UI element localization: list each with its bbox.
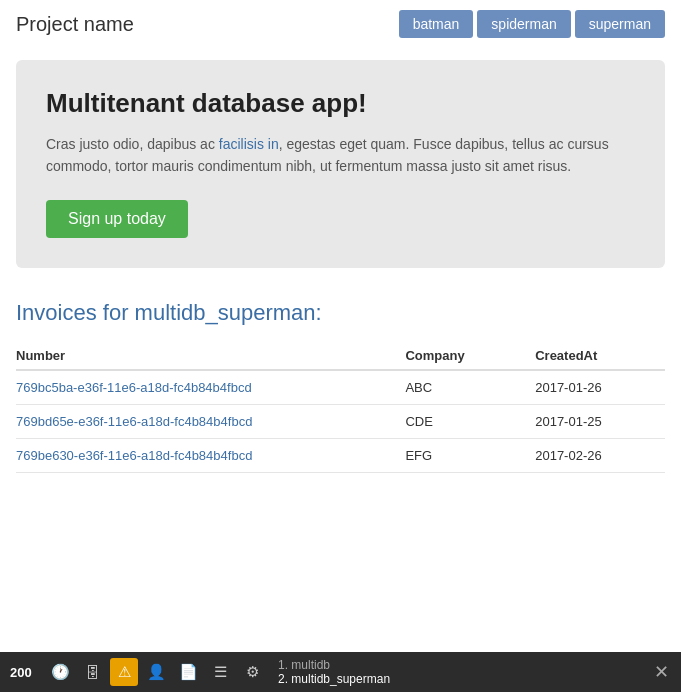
list-icon[interactable]: ☰: [206, 658, 234, 686]
page-icon[interactable]: 📄: [174, 658, 202, 686]
hero-title: Multitenant database app!: [46, 88, 635, 119]
invoices-title-suffix: :: [316, 300, 322, 325]
status-bar: 200 🕐 🗄 ⚠ 👤 📄 ☰ ⚙ 1. multidb 2. multidb_…: [0, 652, 681, 692]
clock-icon[interactable]: 🕐: [46, 658, 74, 686]
invoice-date-cell: 2017-02-26: [535, 438, 665, 472]
hero-link-facilisis[interactable]: facilisis in: [219, 136, 279, 152]
database-icon[interactable]: 🗄: [78, 658, 106, 686]
warning-icon[interactable]: ⚠: [110, 658, 138, 686]
status-code: 200: [6, 665, 42, 680]
table-row: 769be630-e36f-11e6-a18d-fc4b84b4fbcdEFG2…: [16, 438, 665, 472]
gear-icon[interactable]: ⚙: [238, 658, 266, 686]
invoice-number-link[interactable]: 769bd65e-e36f-11e6-a18d-fc4b84b4fbcd: [16, 414, 252, 429]
invoice-company-cell: CDE: [405, 404, 535, 438]
signup-button[interactable]: Sign up today: [46, 200, 188, 238]
nav-buttons: batman spiderman superman: [399, 10, 665, 38]
invoice-number-cell: 769bd65e-e36f-11e6-a18d-fc4b84b4fbcd: [16, 404, 405, 438]
status-bar-close[interactable]: ✕: [648, 661, 675, 683]
invoices-title-prefix: Invoices for: [16, 300, 135, 325]
invoice-date-cell: 2017-01-25: [535, 404, 665, 438]
status-db-line2: 2. multidb_superman: [278, 672, 644, 686]
nav-batman[interactable]: batman: [399, 10, 474, 38]
invoices-title: Invoices for multidb_superman:: [16, 300, 665, 326]
invoice-number-cell: 769be630-e36f-11e6-a18d-fc4b84b4fbcd: [16, 438, 405, 472]
col-createdat: CreatedAt: [535, 342, 665, 370]
col-company: Company: [405, 342, 535, 370]
status-db-info: 1. multidb 2. multidb_superman: [278, 658, 644, 686]
table-row: 769bd65e-e36f-11e6-a18d-fc4b84b4fbcdCDE2…: [16, 404, 665, 438]
table-row: 769bc5ba-e36f-11e6-a18d-fc4b84b4fbcdABC2…: [16, 370, 665, 405]
invoices-section: Invoices for multidb_superman: Number Co…: [0, 280, 681, 489]
hero-body: Cras justo odio, dapibus ac facilisis in…: [46, 133, 626, 178]
invoice-number-link[interactable]: 769be630-e36f-11e6-a18d-fc4b84b4fbcd: [16, 448, 252, 463]
project-title: Project name: [16, 13, 134, 36]
invoice-company-cell: ABC: [405, 370, 535, 405]
invoices-table: Number Company CreatedAt 769bc5ba-e36f-1…: [16, 342, 665, 473]
invoice-date-cell: 2017-01-26: [535, 370, 665, 405]
page-wrapper: Project name batman spiderman superman M…: [0, 0, 681, 533]
invoice-number-cell: 769bc5ba-e36f-11e6-a18d-fc4b84b4fbcd: [16, 370, 405, 405]
invoice-company-cell: EFG: [405, 438, 535, 472]
hero-section: Multitenant database app! Cras justo odi…: [16, 60, 665, 268]
col-number: Number: [16, 342, 405, 370]
invoices-title-db: multidb_superman: [135, 300, 316, 325]
nav-spiderman[interactable]: spiderman: [477, 10, 570, 38]
invoice-number-link[interactable]: 769bc5ba-e36f-11e6-a18d-fc4b84b4fbcd: [16, 380, 252, 395]
user-icon[interactable]: 👤: [142, 658, 170, 686]
nav-superman[interactable]: superman: [575, 10, 665, 38]
header: Project name batman spiderman superman: [0, 0, 681, 48]
status-db-line1: 1. multidb: [278, 658, 644, 672]
